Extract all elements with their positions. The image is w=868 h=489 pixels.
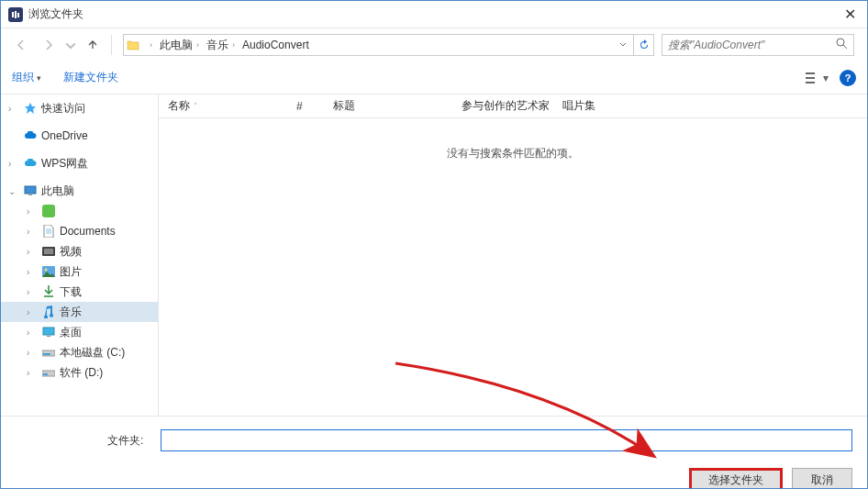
tree-label: 桌面	[60, 325, 82, 340]
svg-rect-24	[43, 373, 48, 375]
column-label: 参与创作的艺术家	[462, 98, 550, 114]
tree-this-pc[interactable]: ⌄ 此电脑	[1, 181, 158, 201]
svg-rect-0	[12, 12, 14, 17]
tree-desktop[interactable]: › 桌面	[1, 322, 158, 342]
tree-unknown-green[interactable]: ›	[1, 201, 158, 221]
folder-name-input[interactable]	[161, 429, 852, 451]
footer: 文件夹: 选择文件夹 取消	[1, 416, 867, 489]
column-album[interactable]: 唱片集	[562, 98, 654, 114]
nav-forward-button[interactable]	[36, 34, 61, 56]
button-label: 取消	[811, 472, 833, 488]
search-icon	[836, 38, 848, 52]
tree-label: Documents	[60, 225, 116, 238]
navbar: › 此电脑› 音乐› AudioConvert	[1, 28, 867, 61]
search-box[interactable]	[662, 34, 854, 56]
tree-wps[interactable]: › WPS网盘	[1, 153, 158, 173]
dialog-buttons: 选择文件夹 取消	[16, 468, 852, 489]
view-options-button[interactable]: ▾	[806, 72, 829, 84]
column-label: 名称	[168, 98, 190, 114]
svg-rect-1	[15, 11, 17, 18]
file-list-area: 名称˄ # 标题 参与创作的艺术家 唱片集 没有与搜索条件匹配的项。	[159, 94, 867, 416]
nav-up-button[interactable]	[80, 34, 106, 56]
svg-point-3	[837, 39, 844, 46]
button-label: 选择文件夹	[708, 472, 763, 488]
app-icon	[8, 7, 23, 22]
nav-back-button[interactable]	[8, 34, 34, 56]
refresh-button[interactable]	[633, 35, 653, 55]
tree-downloads[interactable]: › 下载	[1, 282, 158, 302]
svg-rect-15	[44, 249, 53, 254]
close-button[interactable]: ✕	[840, 6, 860, 23]
svg-rect-2	[17, 13, 19, 17]
folder-icon	[124, 39, 142, 51]
star-icon	[23, 101, 38, 116]
drive-icon	[41, 345, 56, 360]
tree-label: 下载	[60, 284, 82, 300]
column-name[interactable]: 名称˄	[168, 98, 296, 114]
document-icon	[41, 224, 56, 239]
new-folder-label: 新建文件夹	[63, 70, 118, 85]
tree-onedrive[interactable]: OneDrive	[1, 126, 158, 146]
tree-label: WPS网盘	[41, 156, 88, 172]
address-history-button[interactable]	[613, 39, 633, 51]
recent-locations-button[interactable]	[63, 34, 78, 56]
tree-label: 音乐	[60, 305, 82, 320]
column-artist[interactable]: 参与创作的艺术家	[462, 98, 562, 114]
tree-pictures[interactable]: › 图片	[1, 261, 158, 282]
svg-rect-9	[28, 194, 32, 195]
breadcrumb-this-pc[interactable]: 此电脑›	[156, 35, 203, 55]
column-label: 唱片集	[562, 98, 595, 114]
breadcrumb-audioconvert[interactable]: AudioConvert	[239, 35, 313, 55]
help-button[interactable]: ?	[840, 70, 856, 86]
download-icon	[41, 284, 56, 299]
tree-label: 此电脑	[41, 183, 74, 199]
tree-label: 图片	[60, 264, 82, 280]
video-icon	[41, 244, 56, 259]
search-input[interactable]	[668, 39, 836, 51]
svg-rect-20	[47, 336, 50, 337]
column-headers: 名称˄ # 标题 参与创作的艺术家 唱片集	[159, 94, 867, 118]
organize-label: 组织	[12, 70, 34, 85]
svg-rect-22	[43, 353, 50, 355]
window-title: 浏览文件夹	[28, 6, 840, 22]
column-label: 标题	[333, 98, 355, 114]
tree-music[interactable]: › 音乐	[1, 302, 158, 322]
picture-icon	[41, 264, 56, 279]
tree-label: 快速访问	[41, 101, 85, 117]
select-folder-button[interactable]: 选择文件夹	[689, 468, 783, 489]
column-title[interactable]: 标题	[333, 98, 462, 114]
music-icon	[41, 305, 56, 319]
app-icon	[41, 204, 56, 218]
drive-icon	[41, 365, 56, 380]
breadcrumb-label: 此电脑	[160, 38, 193, 53]
folder-name-row: 文件夹:	[16, 429, 852, 451]
body-area: › 快速访问 OneDrive › WPS网盘 ⌄ 此电脑 › ›	[1, 94, 867, 416]
empty-state-message: 没有与搜索条件匹配的项。	[159, 146, 867, 161]
svg-rect-5	[806, 72, 815, 74]
cloud-icon	[23, 128, 38, 143]
navigation-tree: › 快速访问 OneDrive › WPS网盘 ⌄ 此电脑 › ›	[1, 94, 159, 416]
column-number[interactable]: #	[296, 100, 333, 113]
svg-rect-19	[43, 328, 54, 335]
svg-line-4	[843, 45, 847, 49]
svg-rect-7	[806, 82, 815, 83]
svg-rect-8	[25, 186, 36, 194]
folder-name-label: 文件夹:	[107, 433, 161, 449]
tree-local-c[interactable]: › 本地磁盘 (C:)	[1, 342, 158, 362]
organize-button[interactable]: 组织▾	[12, 70, 41, 85]
breadcrumb-root[interactable]: ›	[142, 35, 156, 55]
breadcrumb-music[interactable]: 音乐›	[203, 35, 239, 55]
tree-videos[interactable]: › 视频	[1, 241, 158, 261]
tree-label: 视频	[60, 244, 82, 260]
new-folder-button[interactable]: 新建文件夹	[63, 70, 118, 85]
svg-rect-6	[806, 77, 815, 79]
breadcrumb-label: 音乐	[206, 38, 228, 53]
tree-documents[interactable]: › Documents	[1, 221, 158, 241]
tree-label: OneDrive	[41, 129, 88, 142]
cancel-button[interactable]: 取消	[792, 468, 852, 489]
tree-quick-access[interactable]: › 快速访问	[1, 98, 158, 118]
address-bar[interactable]: › 此电脑› 音乐› AudioConvert	[123, 34, 654, 56]
titlebar: 浏览文件夹 ✕	[1, 1, 867, 28]
tree-drive-d[interactable]: › 软件 (D:)	[1, 362, 158, 383]
column-label: #	[296, 100, 303, 113]
